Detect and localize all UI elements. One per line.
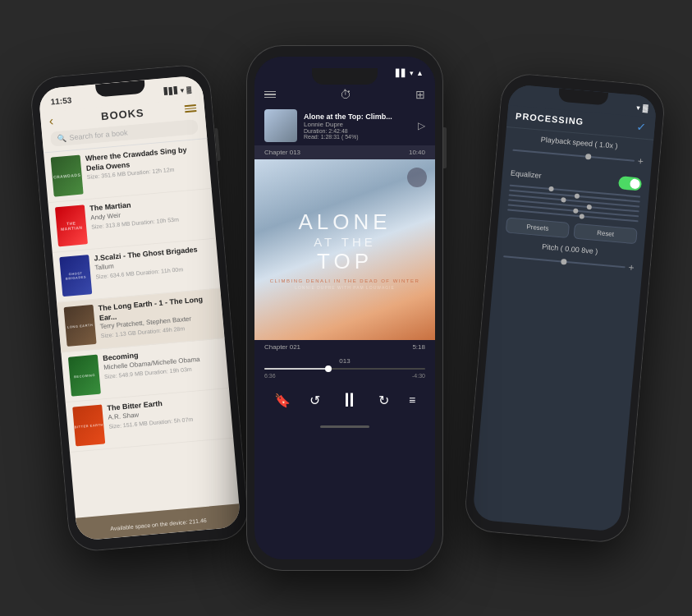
signal-icon-center: ▋▋	[396, 69, 407, 77]
progress-chapter: 013	[264, 357, 425, 365]
player-artwork: ALONE AT THE TOP CLIMBING DENALI IN THE …	[254, 159, 435, 340]
pitch-plus[interactable]: +	[628, 262, 635, 274]
player-header: ⏱ ⊞	[254, 83, 435, 106]
playback-speed-plus[interactable]: +	[637, 155, 644, 168]
playback-speed-thumb	[585, 154, 592, 160]
phone-left: 11:53 ▋▋▋ ▾ ▓ ‹ BOOKS	[29, 63, 250, 554]
now-playing-info: Alone at the Top: Climb... Lonnie Dupre …	[254, 106, 435, 145]
moon-icon	[407, 168, 427, 187]
book-info-ghost: J.Scalzi - The Ghost Brigades Tallum Siz…	[94, 244, 212, 281]
phone-center-screen: 15:16 ▋▋ ▾ ▲ ⏱ ⊞	[254, 57, 435, 559]
phone-left-screen: 11:53 ▋▋▋ ▾ ▓ ‹ BOOKS	[38, 75, 241, 540]
time-left: 11:53	[50, 95, 71, 106]
wifi-icon-left: ▾	[181, 86, 185, 94]
book-cover-bitter: BITTER EARTH	[72, 404, 105, 446]
home-bar	[320, 425, 369, 428]
bookmark-list-icon: ⊞	[415, 88, 425, 101]
artwork-title-2: AT THE	[298, 235, 391, 249]
books-title: BOOKS	[100, 107, 144, 123]
book-list: CRAWDADS Where the Crawdads Sing by Deli…	[44, 139, 239, 518]
bookmark-button[interactable]: 🔖	[274, 393, 291, 408]
book-info-bitter: The Bitter Earth A.R. Shaw Size: 151.6 M…	[107, 394, 225, 431]
book-cover-longearth: LONG EARTH	[64, 305, 97, 347]
battery-icon-left: ▓	[186, 85, 192, 93]
forward-button[interactable]: ↻	[378, 393, 389, 408]
player-meta: Alone at the Top: Climb... Lonnie Dupre …	[304, 113, 411, 140]
book-cover-martian: THE MARTIAN	[55, 205, 88, 246]
book-cover-becoming: BECOMING	[68, 355, 101, 397]
player-thumbnail	[264, 109, 297, 142]
play-pause-button[interactable]: ⏸	[340, 388, 360, 411]
artwork-title-3: TOP	[298, 249, 391, 274]
artwork-text-alone: ALONE AT THE TOP	[298, 209, 391, 274]
book-cover-ghost: GHOST BRIGADES	[59, 255, 92, 297]
player-controls: 🔖 ↺ ⏸ ↻ ≡	[254, 382, 435, 418]
chapter-bottom-label: Chapter 021	[264, 343, 300, 351]
clock-icon: ⏱	[340, 88, 351, 101]
phone-center: 15:16 ▋▋ ▾ ▲ ⏱ ⊞	[246, 45, 443, 571]
hamburger-menu[interactable]	[264, 91, 276, 99]
search-placeholder: Search for a book	[69, 128, 128, 141]
player-title: Alone at the Top: Climb...	[304, 113, 411, 121]
processing-title: PROCESSING	[516, 111, 584, 126]
pitch-track[interactable]	[503, 255, 626, 268]
wifi-icon-center: ▾	[410, 69, 414, 77]
book-info-crawdads: Where the Crawdads Sing by Delia Owens S…	[85, 145, 203, 182]
available-space: Available space on the device: 211.46	[110, 517, 207, 531]
reset-button[interactable]: Reset	[573, 223, 637, 245]
player-author: Lonnie Dupre	[304, 121, 411, 128]
notch-center	[312, 68, 378, 85]
rewind-button[interactable]: ↺	[309, 393, 320, 408]
book-info-becoming: Becoming Michelle Obama/Michelle Obama S…	[103, 344, 221, 381]
home-indicator	[254, 418, 435, 434]
phone-right: ▾ ▓ PROCESSING ✓ Playback speed ( 1.0x )…	[463, 71, 667, 544]
book-info-longearth: The Long Earth - 1 - The Long Ear... Ter…	[98, 294, 217, 340]
progress-area: 013 6:36 -4:30	[254, 354, 435, 382]
playback-speed-track[interactable]	[512, 149, 635, 162]
artwork-author-sub: LONNIE DUPRE WITH PAM LOUWAGIE	[295, 285, 395, 290]
chapter-bar-bottom: Chapter 021 5:18	[254, 340, 435, 354]
eq-label: Equalizer	[511, 169, 542, 180]
eq-toggle[interactable]	[618, 176, 642, 191]
battery-icon-right: ▓	[643, 103, 648, 113]
progress-bar[interactable]	[264, 368, 425, 370]
progress-times: 6:36 -4:30	[264, 373, 425, 379]
chapter-bottom-time: 5:18	[412, 343, 425, 351]
wifi-icon-right: ▾	[636, 103, 641, 112]
book-info-martian: The Martian Andy Weir Size: 313.8 MB Dur…	[89, 194, 208, 231]
artwork-title-1: ALONE	[298, 209, 391, 235]
presets-button[interactable]: Presets	[506, 217, 570, 238]
pitch-thumb	[561, 259, 568, 265]
equalizer-button[interactable]: ≡	[409, 393, 415, 407]
chapter-label: Chapter 013	[264, 149, 300, 156]
back-button[interactable]: ‹	[48, 113, 54, 128]
phone-right-screen: ▾ ▓ PROCESSING ✓ Playback speed ( 1.0x )…	[472, 84, 658, 532]
scene: 11:53 ▋▋▋ ▾ ▓ ‹ BOOKS	[0, 0, 692, 616]
progress-fill	[264, 368, 328, 370]
signal-icon-left: ▋▋▋	[163, 86, 179, 95]
menu-icon[interactable]	[185, 104, 197, 113]
check-icon[interactable]: ✓	[636, 120, 647, 134]
chapter-bar-top: Chapter 013 10:40	[254, 145, 435, 159]
location-icon: ▲	[416, 69, 424, 77]
airplay-icon: ▷	[418, 120, 425, 131]
search-icon: 🔍	[57, 134, 66, 143]
player-duration: Duration: 2:42:48	[304, 128, 411, 134]
progress-thumb	[325, 365, 332, 372]
elapsed-time: 6:36	[264, 373, 276, 379]
remaining-time: -4:30	[412, 373, 425, 379]
chapter-time: 10:40	[409, 149, 425, 156]
artwork-subtitle: CLIMBING DENALI IN THE DEAD OF WINTER	[270, 278, 420, 283]
book-cover-crawdads: CRAWDADS	[51, 155, 84, 197]
player-read: Read: 1:28:31 ( 54%)	[304, 134, 411, 140]
